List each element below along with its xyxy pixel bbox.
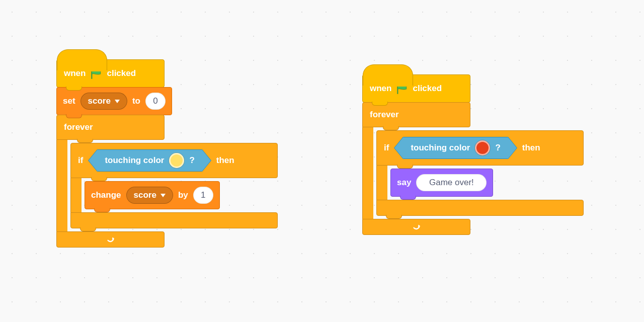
variable-name: score: [88, 96, 111, 106]
if-then-block[interactable]: if touching color ? then: [70, 143, 278, 228]
say-block[interactable]: say Game over!: [390, 169, 493, 197]
touching-color-boolean[interactable]: touching color ?: [403, 137, 508, 159]
variable-dropdown[interactable]: score: [126, 187, 173, 204]
notch: [91, 177, 107, 181]
hat-when-flag-clicked[interactable]: when clicked: [56, 59, 165, 88]
question-mark: ?: [495, 143, 500, 153]
set-label: set: [63, 96, 75, 106]
notch: [94, 208, 110, 212]
change-variable-block[interactable]: change score by 1: [85, 181, 220, 209]
touching-color-label: touching color: [105, 155, 164, 166]
caret-down-icon: [115, 100, 120, 103]
value-input[interactable]: 0: [145, 93, 166, 110]
touching-color-label: touching color: [411, 143, 470, 153]
notch: [372, 102, 388, 106]
notch: [383, 126, 399, 130]
forever-label: forever: [370, 110, 399, 120]
forever-label: forever: [64, 122, 93, 132]
set-variable-block[interactable]: set score to 0: [56, 87, 172, 115]
then-label: then: [216, 155, 234, 166]
message-text: Game over!: [429, 178, 474, 188]
hat-clicked-label: clicked: [413, 84, 442, 94]
then-label: then: [522, 143, 540, 153]
hat-cap: [57, 49, 107, 70]
to-label: to: [132, 96, 140, 106]
question-mark: ?: [189, 155, 194, 166]
by-label: by: [178, 190, 188, 200]
value-text: 1: [201, 190, 205, 200]
touching-color-boolean[interactable]: touching color ?: [97, 149, 202, 172]
if-label: if: [384, 143, 389, 153]
notch: [66, 114, 82, 118]
value-text: 0: [153, 96, 157, 106]
loop-arrow-icon: [105, 234, 116, 245]
c-arm: [70, 178, 82, 212]
variable-name: score: [134, 190, 156, 200]
notch: [77, 139, 93, 143]
variable-dropdown[interactable]: score: [80, 93, 127, 110]
color-swatch[interactable]: [169, 153, 184, 168]
loop-arrow-icon: [411, 221, 422, 232]
caret-down-icon: [160, 194, 166, 197]
value-input[interactable]: 1: [193, 187, 213, 204]
notch: [80, 227, 96, 231]
c-arm: [376, 166, 387, 200]
hat-cap: [363, 64, 413, 86]
notch: [66, 87, 82, 91]
message-input[interactable]: Game over!: [416, 174, 487, 191]
c-arm: [56, 140, 67, 231]
change-label: change: [91, 190, 121, 200]
hat-clicked-label: clicked: [107, 68, 136, 78]
say-label: say: [397, 178, 411, 188]
forever-block[interactable]: forever if touching color ? then: [56, 115, 278, 248]
color-swatch[interactable]: [475, 140, 490, 155]
c-arm: [362, 127, 373, 219]
forever-block[interactable]: forever if touching color ? then: [362, 102, 584, 235]
hat-when-flag-clicked[interactable]: when clicked: [362, 74, 470, 103]
if-label: if: [78, 155, 83, 166]
script-right: when clicked forever if touching color: [362, 74, 584, 235]
script-left: when clicked set score to 0 forever: [56, 59, 278, 248]
if-then-block[interactable]: if touching color ? then: [376, 130, 584, 216]
notch: [386, 215, 402, 219]
notch: [397, 165, 413, 169]
notch: [400, 196, 416, 200]
